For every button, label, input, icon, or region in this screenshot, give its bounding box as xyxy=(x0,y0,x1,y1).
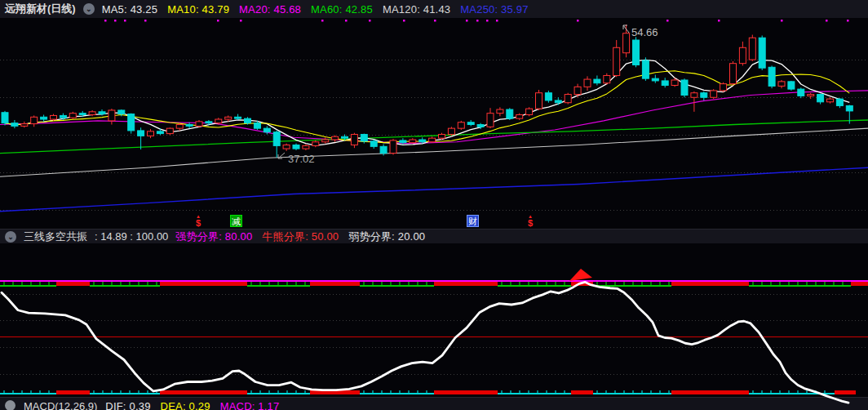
ma-dot xyxy=(345,20,348,22)
event-badge: 减 xyxy=(230,215,242,227)
ma-dot xyxy=(486,20,489,22)
candle-body xyxy=(166,128,173,133)
candle-body xyxy=(749,38,755,60)
candle-body xyxy=(574,87,581,94)
candle-body xyxy=(225,117,232,119)
ma-dot xyxy=(114,20,117,22)
ma-dot xyxy=(781,20,783,22)
candle-body xyxy=(186,125,193,127)
candle-body xyxy=(400,140,406,143)
candle-body xyxy=(594,79,600,83)
ma-dot xyxy=(847,20,849,22)
ma-dot xyxy=(369,20,371,22)
band-red-segment xyxy=(571,390,593,394)
candle-body xyxy=(817,95,824,102)
candle-body xyxy=(60,115,66,118)
candle-body xyxy=(79,114,86,115)
ma-dot xyxy=(666,20,669,22)
ma-dot xyxy=(476,20,479,22)
candle-body xyxy=(739,47,746,63)
candle-body xyxy=(623,33,630,53)
candle-body xyxy=(604,75,610,82)
candle-body xyxy=(467,123,474,125)
ma-dot xyxy=(826,20,828,22)
candle-body xyxy=(342,136,348,138)
threshold-0: 强势分界: 80.00 xyxy=(175,230,252,244)
ma-value-5: MA250: 35.97 xyxy=(460,3,528,16)
candle-body xyxy=(390,140,396,154)
band-red-segment xyxy=(160,282,247,286)
candle-body xyxy=(51,115,57,119)
candle-body xyxy=(584,79,591,87)
band-red-segment xyxy=(571,282,593,286)
candle-body xyxy=(429,138,436,142)
band-red-segment xyxy=(56,282,90,286)
candle-body xyxy=(410,140,416,143)
candle-body xyxy=(458,123,464,128)
candle-body xyxy=(370,141,377,146)
collapse-circle-icon[interactable] xyxy=(5,400,16,410)
band-red-segment xyxy=(671,390,749,394)
candle-body xyxy=(448,128,454,134)
candle-body xyxy=(419,140,426,142)
candle-body xyxy=(157,131,163,134)
candle-body xyxy=(245,118,251,123)
band-red-segment xyxy=(434,390,498,394)
stock-title: 远翔新材(日线) xyxy=(5,2,76,16)
candle-body xyxy=(69,114,76,118)
band-red-segment xyxy=(310,282,360,286)
ma-dot xyxy=(434,20,436,22)
candle-body xyxy=(293,145,299,149)
price-label: 54.66 xyxy=(631,26,658,38)
candle-body xyxy=(351,135,357,145)
ma-dot xyxy=(124,20,126,22)
candle-body xyxy=(118,110,125,114)
candle-body xyxy=(322,140,329,142)
candle-body xyxy=(768,67,775,86)
macd-name: MACD(12,26,9) xyxy=(24,400,97,410)
candle-body xyxy=(691,93,698,98)
threshold-2: 弱势分界: 20.00 xyxy=(348,230,425,244)
threshold-1: 牛熊分界: 50.00 xyxy=(262,230,339,244)
candle-body xyxy=(681,80,688,95)
candle-body xyxy=(759,38,765,68)
candle-body xyxy=(536,93,542,109)
signal-arrow-marker xyxy=(569,269,592,281)
candle-body xyxy=(836,99,843,105)
band-red-segment xyxy=(434,282,498,286)
candle-body xyxy=(41,117,47,119)
candle-body xyxy=(176,125,183,129)
candle-body xyxy=(613,47,620,75)
indicator-threshold-labels: 强势分界: 80.00牛熊分界: 50.00弱势分界: 20.00 xyxy=(175,230,425,244)
candle-body xyxy=(720,84,727,91)
candle-body xyxy=(312,142,319,146)
candle-body xyxy=(99,112,105,114)
candle-body xyxy=(108,110,115,121)
indicator-chevron-down-icon[interactable]: ⌄ xyxy=(5,231,16,243)
dollar-signal-icon: ▲$ xyxy=(528,215,533,227)
indicator-name: 三线多空共振 xyxy=(24,230,87,244)
ma-dot xyxy=(321,20,324,22)
candle-body xyxy=(254,123,260,128)
ma-dot xyxy=(577,20,579,22)
candle-body xyxy=(671,80,678,85)
candle-body xyxy=(332,136,339,140)
band-red-segment xyxy=(671,282,749,286)
candle-body xyxy=(264,128,270,132)
oscillator-line xyxy=(2,282,848,403)
band-red-segment xyxy=(835,390,856,394)
macd-values: DIF: 0.39DEA: 0.29MACD: 1.17 xyxy=(105,400,279,410)
candle-body xyxy=(652,78,658,81)
ma-line-MA5 xyxy=(5,60,849,145)
chevron-down-icon[interactable]: ⌄ xyxy=(83,3,95,15)
candle-body xyxy=(148,131,154,136)
candle-body xyxy=(11,123,18,127)
ma-values: MA5: 43.25MA10: 43.79MA20: 45.68MA60: 42… xyxy=(102,3,529,16)
indicator-header: ⌄ 三线多空共振 : 14.89 : 100.00 强势分界: 80.00牛熊分… xyxy=(0,229,868,243)
candle-body xyxy=(31,117,38,123)
band-red-segment xyxy=(160,390,247,394)
price-label: 37.02 xyxy=(288,153,315,165)
candle-body xyxy=(516,115,523,119)
ma-dot xyxy=(466,20,468,22)
candle-body xyxy=(283,145,290,149)
